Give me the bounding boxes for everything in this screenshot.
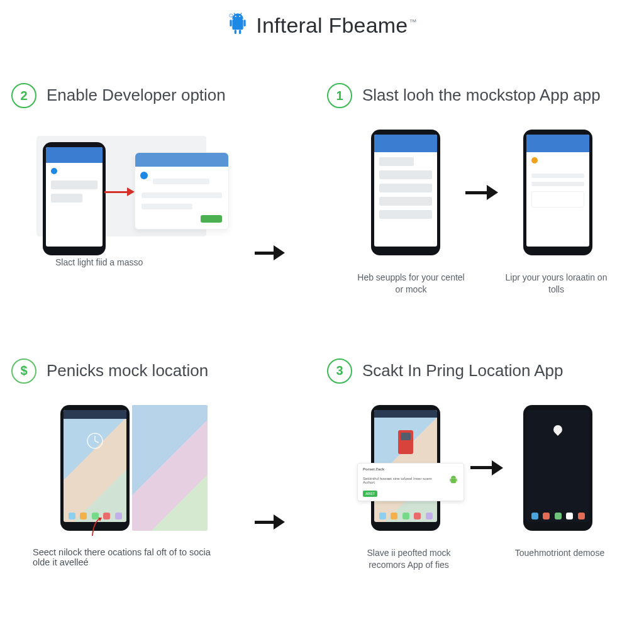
- step-illustration: [327, 130, 635, 262]
- page: i Infteral Fbeame™ 2 Enable Developer op…: [0, 0, 644, 644]
- svg-point-5: [235, 16, 236, 17]
- step-mock-location: $ Penicks mock location: [11, 358, 319, 571]
- step-caption: Slact light fiid a masso: [55, 257, 194, 269]
- toast-popup: Porset Zack Settimihd howaet sine tofoee…: [357, 463, 464, 501]
- svg-point-6: [240, 16, 241, 17]
- phone-mockup: [43, 142, 106, 255]
- phone-mockup: [371, 130, 440, 255]
- android-icon: i: [227, 11, 248, 39]
- step-caption: Lipr your yours loraatin on tolls: [500, 272, 613, 296]
- step-caption: Seect nilock there ocations fal oft of t…: [33, 547, 221, 567]
- step-badge-3: 3: [327, 358, 352, 384]
- arrow-right-icon: [465, 185, 498, 200]
- arrow-right-icon: [255, 514, 285, 530]
- step-illustration: [11, 130, 319, 243]
- android-icon: [448, 475, 458, 487]
- step-install-app: 1 Slast looh the mockstop App app: [327, 83, 635, 296]
- step-title: Penicks mock location: [47, 361, 208, 380]
- svg-rect-3: [235, 30, 236, 34]
- page-header: i Infteral Fbeame™: [11, 11, 633, 39]
- captions-row: Slave ii peofted mock recomors App of fi…: [327, 547, 635, 571]
- toast-title: Porset Zack: [363, 467, 384, 471]
- arrow-right-icon: [470, 460, 503, 475]
- dialog-ok-button[interactable]: [201, 215, 222, 223]
- svg-rect-16: [456, 479, 457, 482]
- svg-rect-0: [233, 19, 243, 30]
- step-illustration: Porset Zack Settimihd howaet sine tofoee…: [327, 405, 635, 537]
- step-caption: Touehmotriont demose: [503, 547, 616, 571]
- map-pin-icon: [552, 423, 564, 436]
- arrow-right-icon: [255, 245, 285, 260]
- step-badge-2: 2: [11, 83, 36, 108]
- svg-rect-2: [244, 19, 246, 26]
- step-title: Scakt In Pring Location App: [362, 361, 563, 380]
- step-title: Enable Developer option: [47, 86, 226, 105]
- phone-mockup: [523, 405, 592, 531]
- phone-mockup: [523, 130, 592, 255]
- settings-dialog: [135, 152, 229, 230]
- trademark-icon: ™: [409, 18, 416, 26]
- page-title: Infteral Fbeame™: [256, 13, 416, 38]
- toast-action-button[interactable]: ARIST: [363, 491, 377, 497]
- step-badge-dollar: $: [11, 358, 36, 384]
- step-enable-developer: 2 Enable Developer option: [11, 83, 319, 296]
- svg-rect-15: [450, 479, 451, 482]
- arrow-right-icon: [104, 187, 135, 196]
- arrow-curved-icon: [91, 516, 104, 537]
- steps-grid: 2 Enable Developer option: [11, 83, 633, 571]
- captions-row: Heb seuppls for your centel or mock Lipr…: [327, 272, 635, 296]
- svg-text:i: i: [231, 14, 231, 18]
- svg-rect-1: [230, 19, 232, 26]
- step-start-app: 3 Scakt In Pring Location App Porset Zac…: [327, 358, 635, 571]
- step-caption: Heb seuppls for your centel or mock: [355, 272, 468, 296]
- step-title: Slast looh the mockstop App app: [362, 86, 601, 105]
- step-caption: Slave ii peofted mock recomors App of fi…: [352, 547, 465, 571]
- toast-body: Settimihd howaet sine tofoeel Inser soem…: [363, 477, 445, 484]
- svg-rect-14: [451, 478, 456, 483]
- wallpaper-panel: [132, 405, 208, 531]
- phone-mockup: [60, 405, 130, 531]
- step-illustration: [11, 405, 319, 531]
- svg-rect-4: [239, 30, 241, 34]
- svg-line-13: [95, 441, 99, 443]
- step-badge-1: 1: [327, 83, 352, 108]
